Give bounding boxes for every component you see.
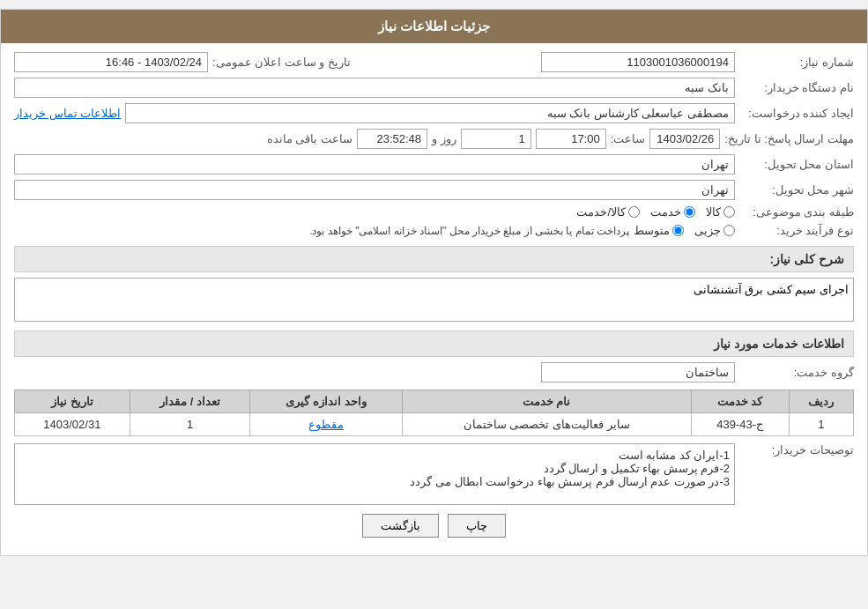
requester-label: ایجاد کننده درخواست: xyxy=(739,107,854,120)
purchase-type-motavaset[interactable]: متوسط xyxy=(634,224,684,237)
buyer-notes-label: توصیحات خریدار: xyxy=(739,443,854,457)
needs-table: ردیف کد خدمت نام خدمت واحد اندازه گیری ت… xyxy=(14,390,854,436)
back-button[interactable]: بازگشت xyxy=(362,514,439,538)
button-row: چاپ بازگشت xyxy=(14,514,854,538)
need-description-value[interactable]: اجرای سیم کشی برق آتشنشانی xyxy=(14,278,854,322)
cell-unit[interactable]: مقطوع xyxy=(250,413,402,436)
col-date: تاریخ نیاز xyxy=(15,390,130,413)
cell-name: سایر فعالیت‌های تخصصی ساختمان xyxy=(402,413,691,436)
category-radio-group: کالا خدمت کالا/خدمت xyxy=(576,205,735,219)
buyer-notes-value: 1-ایران کد مشابه است2-فرم پرسش بهاء تکمی… xyxy=(14,443,735,505)
col-row: ردیف xyxy=(789,390,853,413)
purchase-type-jozi[interactable]: جزیی xyxy=(694,224,735,237)
delivery-province-value: تهران xyxy=(14,154,735,175)
cell-quantity: 1 xyxy=(130,413,250,436)
remaining-days-value: 1 xyxy=(461,129,531,149)
announce-datetime-value: 1403/02/24 - 16:46 xyxy=(14,52,208,72)
page-title: جزئیات اطلاعات نیاز xyxy=(1,10,867,43)
category-option-kala-khedmat[interactable]: کالا/خدمت xyxy=(576,205,640,219)
response-time-value: 17:00 xyxy=(536,129,606,149)
need-description-section-title: شرح کلی نیاز: xyxy=(14,246,854,272)
delivery-city-value: تهران xyxy=(14,180,735,200)
col-unit: واحد اندازه گیری xyxy=(250,390,402,413)
print-button[interactable]: چاپ xyxy=(448,514,506,538)
need-number-label: شماره نیاز: xyxy=(739,56,854,69)
remaining-time-label: ساعت باقی مانده xyxy=(267,132,352,145)
service-group-label: گروه خدمت: xyxy=(739,366,854,379)
service-info-section-title: اطلاعات خدمات مورد نیاز xyxy=(14,330,854,357)
response-deadline-label: مهلت ارسال پاسخ: تا تاریخ: xyxy=(724,132,854,145)
category-option-khedmat[interactable]: خدمت xyxy=(650,205,695,219)
category-option-kala[interactable]: کالا xyxy=(706,205,735,219)
purchase-type-label: نوع فرآیند خرید: xyxy=(739,224,854,237)
col-quantity: تعداد / مقدار xyxy=(130,390,250,413)
remaining-days-label: روز و xyxy=(432,132,456,145)
response-date-value: 1403/02/26 xyxy=(649,129,720,149)
response-time-label: ساعت: xyxy=(611,132,646,145)
purchase-type-radio-group: جزیی متوسط xyxy=(634,224,735,237)
service-group-value: ساختمان xyxy=(541,362,735,382)
purchase-type-note: پرداخت تمام یا بخشی از مبلغ خریدار محل "… xyxy=(309,225,629,237)
cell-code: ج-43-439 xyxy=(691,413,789,436)
cell-date: 1403/02/31 xyxy=(15,413,130,436)
remaining-time-value: 23:52:48 xyxy=(357,129,427,149)
buyer-org-value: بانک سبه xyxy=(14,78,735,98)
contact-link[interactable]: اطلاعات تماس خریدار xyxy=(14,107,121,120)
announce-datetime-label: تاریخ و ساعت اعلان عمومی: xyxy=(212,56,351,69)
buyer-org-label: نام دستگاه خریدار: xyxy=(739,81,854,94)
col-code: کد خدمت xyxy=(691,390,789,413)
delivery-province-label: استان محل تحویل: xyxy=(739,158,854,171)
category-label: طبقه بندی موضوعی: xyxy=(739,205,854,219)
delivery-city-label: شهر محل تحویل: xyxy=(739,183,854,197)
cell-row: 1 xyxy=(789,413,853,436)
col-name: نام خدمت xyxy=(402,390,691,413)
table-row: 1 ج-43-439 سایر فعالیت‌های تخصصی ساختمان… xyxy=(15,413,854,436)
requester-value: مصطفی عباسعلی کارشناس بانک سبه xyxy=(125,103,735,123)
need-number-value: 1103001036000194 xyxy=(541,52,735,72)
